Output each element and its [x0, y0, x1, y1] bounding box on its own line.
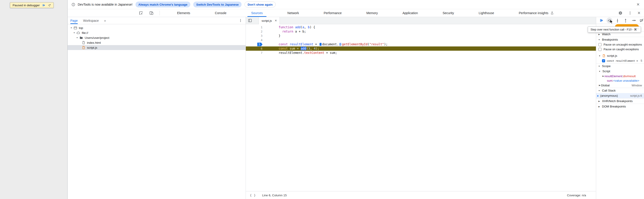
inline-breakpoint-marker[interactable] — [339, 43, 341, 46]
tab-network[interactable]: Network — [275, 9, 311, 17]
tab-sources[interactable]: Sources — [239, 9, 275, 17]
tab-label: Performance — [324, 11, 342, 15]
paused-in-debugger-banner: Paused in debugger — [10, 2, 54, 8]
code-token: = — [313, 42, 319, 46]
navigator-tab-workspace[interactable]: Workspace — [83, 17, 99, 24]
tree-item-file-scheme[interactable]: ▼ file:// — [68, 30, 246, 35]
tree-item-script-js[interactable]: script.js — [68, 45, 246, 50]
step-over-icon — [48, 3, 51, 7]
more-options-button[interactable] — [628, 11, 632, 15]
caret-right-icon: ▶ — [598, 33, 600, 35]
tab-label: Performance insights — [519, 11, 548, 15]
inspect-element-button[interactable] — [139, 11, 143, 15]
tab-security[interactable]: Security — [430, 9, 466, 17]
code-line-text: const resultElement = document.getElemen… — [266, 42, 596, 46]
line-number[interactable]: 7 — [246, 51, 266, 55]
line-number[interactable]: 1 — [246, 25, 266, 29]
tab-performance-insights[interactable]: Performance insights — [506, 9, 566, 17]
scope-script-group[interactable]: ▼ Script — [596, 69, 644, 74]
caret-right-icon: ▶ — [598, 100, 600, 102]
info-icon — [72, 3, 75, 6]
resume-icon — [42, 3, 46, 7]
code-token: function — [279, 25, 295, 29]
tree-item-index-html[interactable]: index.html — [68, 40, 246, 45]
editor-tab-script-js[interactable]: script.js × — [259, 17, 280, 24]
line-number[interactable]: 6 — [246, 46, 266, 51]
device-toolbar-button[interactable] — [149, 11, 154, 15]
breakpoint-entry[interactable]: const resultElement = doc… 5 — [596, 58, 644, 63]
language-infobar: DevTools is now available in Japanese! A… — [68, 0, 644, 9]
debugger-controls — [596, 17, 644, 24]
step-icon — [632, 18, 636, 23]
resume-button[interactable] — [599, 18, 604, 23]
paused-execution-line[interactable]: 6 const sum = add(3, 4); — [246, 46, 596, 51]
checkbox-unchecked[interactable] — [598, 43, 602, 46]
tab-console[interactable]: Console — [202, 9, 239, 17]
step-button[interactable] — [632, 18, 636, 23]
scope-global-group[interactable]: ▶ Global Window — [596, 83, 644, 88]
tab-close-icon[interactable]: × — [275, 19, 277, 22]
settings-button[interactable] — [618, 11, 623, 15]
navigator-tab-page[interactable]: Page — [70, 17, 78, 24]
code-line[interactable]: 7 resultElement.textContent = sum; — [246, 51, 596, 55]
folder-icon — [79, 36, 83, 40]
code-token: a + b; — [293, 30, 306, 33]
code-token: ( — [306, 47, 308, 50]
pause-caught-exceptions-row[interactable]: Pause on caught exceptions — [596, 47, 644, 52]
code-line[interactable]: 4 — [246, 38, 596, 42]
code-token: , — [304, 25, 308, 29]
scope-variable-resultelement[interactable]: ▶ resultElement: div#result — [596, 74, 644, 78]
tab-performance[interactable]: Performance — [311, 9, 354, 17]
tab-elements[interactable]: Elements — [165, 9, 202, 17]
navigator-header: Page Workspace » — [68, 17, 246, 24]
code-line[interactable]: 2 return a + b; — [246, 29, 596, 34]
section-dom-breakpoints[interactable]: ▶ DOM Breakpoints — [596, 104, 644, 109]
tab-label: Elements — [177, 11, 190, 15]
tree-item-top[interactable]: ▼ top — [68, 25, 246, 30]
checkbox-unchecked[interactable] — [598, 48, 602, 51]
selected-text: add — [301, 47, 306, 50]
code-token: sum = — [290, 47, 301, 50]
section-title: Breakpoints — [602, 38, 618, 41]
always-match-language-button[interactable]: Always match Chrome's language — [136, 1, 190, 7]
infobar-close-icon[interactable]: × — [635, 2, 641, 7]
tab-memory[interactable]: Memory — [354, 9, 390, 17]
dont-show-again-button[interactable]: Don't show again — [244, 1, 276, 7]
breakpoint-marker[interactable]: 5 — [257, 43, 262, 46]
section-call-stack[interactable]: ▼ Call Stack — [596, 88, 644, 93]
tab-lighthouse[interactable]: Lighthouse — [466, 9, 506, 17]
call-stack-frame[interactable]: ▶ (anonymous) script.js:6 — [596, 93, 644, 98]
breakpoint-file-group[interactable]: ▼ script.js — [596, 53, 644, 58]
section-breakpoints[interactable]: ▼ Breakpoints — [596, 37, 644, 42]
inline-breakpoint-marker[interactable] — [320, 43, 322, 46]
line-number[interactable]: 5 — [246, 42, 266, 46]
code-line[interactable]: 3 } — [246, 34, 596, 38]
code-line-with-breakpoint[interactable]: 5 const resultElement = document.getElem… — [246, 42, 596, 46]
code-line-text — [266, 38, 596, 42]
resume-script-button[interactable] — [42, 3, 46, 7]
line-number[interactable]: 4 — [246, 38, 266, 42]
line-number[interactable]: 2 — [246, 29, 266, 34]
tree-item-project-folder[interactable]: ▼ Users/user/project — [68, 35, 246, 40]
deactivate-breakpoints-button[interactable] — [640, 18, 644, 23]
pretty-print-button[interactable]: { } — [250, 194, 256, 197]
scope-variable-sum: sum: <value unavailable> — [596, 78, 644, 83]
tab-application[interactable]: Application — [390, 9, 430, 17]
badge-step-over-button[interactable] — [48, 3, 51, 7]
section-xhr-breakpoints[interactable]: ▶ XHR/fetch Breakpoints — [596, 98, 644, 104]
section-scope[interactable]: ▼ Scope — [596, 63, 644, 69]
switch-to-japanese-button[interactable]: Switch DevTools to Japanese — [193, 1, 242, 7]
pause-uncaught-exceptions-row[interactable]: Pause on uncaught exceptions — [596, 42, 644, 47]
checkbox-checked[interactable] — [602, 59, 605, 62]
code-line[interactable]: 1 function add(a, b) { — [246, 25, 596, 29]
step-out-button[interactable] — [623, 18, 628, 23]
code-token: } — [279, 34, 280, 37]
caret-right-icon: ▶ — [602, 75, 604, 77]
toggle-navigator-button[interactable] — [248, 18, 252, 23]
variable-value: div#result — [623, 74, 636, 78]
step-into-button[interactable] — [615, 18, 620, 23]
navigator-overflow-chevron[interactable]: » — [104, 19, 106, 22]
devtools-close-icon[interactable]: × — [638, 10, 640, 15]
line-number[interactable]: 3 — [246, 34, 266, 38]
navigator-more-button[interactable] — [239, 19, 242, 22]
